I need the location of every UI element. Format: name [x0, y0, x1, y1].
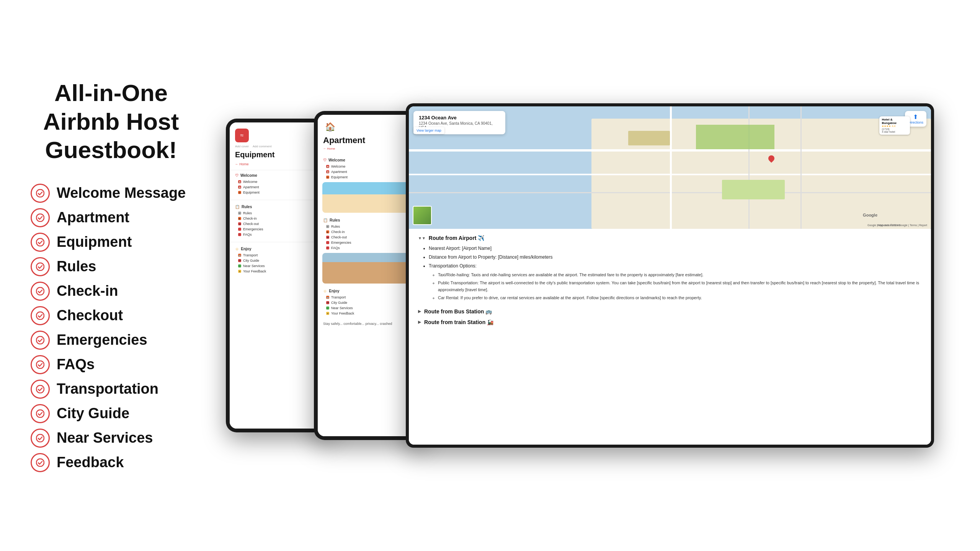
transport-airport-bullets: Nearest Airport: [Airport Name] Distance…: [418, 245, 922, 302]
svg-point-6: [36, 336, 44, 344]
feature-label: Emergencies: [57, 332, 147, 348]
map-block-1: [628, 131, 670, 145]
check-icon: [31, 208, 50, 227]
map-view-larger[interactable]: View larger map: [413, 127, 444, 134]
directions-icon: ⬆: [913, 113, 918, 121]
svg-point-2: [36, 238, 44, 246]
feature-item-near-services: Near Services: [31, 429, 191, 448]
check-icon: [31, 331, 50, 350]
bullet-options: Transportation Options: Taxi/Ride-hailin…: [429, 262, 922, 302]
add-cover-btn[interactable]: Add cover: [235, 145, 249, 148]
apt-nav-checkin[interactable]: ▶ Check-in: [323, 229, 416, 235]
google-watermark: Google: [867, 224, 876, 227]
feature-item-transportation: Transportation: [31, 380, 191, 399]
nav-checkin[interactable]: ▶ Check-in: [235, 216, 324, 221]
welcome-section-title: ♡ Welcome: [235, 173, 324, 178]
hotel-bubble: Hotel & Bungalow ★★★★ 4.4 (1719) 4 star …: [879, 116, 910, 135]
feature-item-welcome-message: Welcome Message: [31, 184, 191, 203]
apt-nav-checkout[interactable]: ◀ Check-out: [323, 235, 416, 240]
nav-equipment[interactable]: ⊞ Equipment: [235, 190, 324, 195]
apt-nav-equipment[interactable]: ⊞ Equipment: [323, 174, 416, 180]
feature-item-faqs: FAQs: [31, 355, 191, 374]
apt-nav-emergencies[interactable]: ♡ Emergencies: [323, 240, 416, 245]
content-area: ▼ Route from Airport ✈️ Nearest Airport:…: [409, 229, 931, 445]
apt-nav-near-services[interactable]: ≡ Near Services: [323, 305, 416, 311]
transport-bus-label: Route from Bus Station 🚌: [424, 308, 492, 315]
transport-airport-label: Route from Airport ✈️: [429, 235, 485, 241]
add-comment-btn[interactable]: Add comment: [253, 145, 271, 148]
nav-rules[interactable]: ≡ Rules: [235, 210, 324, 216]
apt-nav-apartment[interactable]: 🏠 Apartment: [323, 169, 416, 174]
transport-bus-section[interactable]: ▶ Route from Bus Station 🚌: [418, 308, 922, 315]
nav-apartment[interactable]: 🏠 Apartment: [235, 184, 324, 190]
feature-label: Checkout: [57, 307, 123, 324]
nav-checkout-dot: ◀: [238, 222, 241, 225]
svg-point-3: [36, 263, 44, 271]
nav-faqs-dot: ?: [238, 233, 241, 236]
feature-item-emergencies: Emergencies: [31, 331, 191, 350]
nav-city-guide[interactable]: 🗺 City Guide: [235, 258, 324, 263]
svg-point-8: [36, 385, 44, 393]
svg-point-9: [36, 410, 44, 417]
bullet-nearest-airport: Nearest Airport: [Airport Name]: [429, 245, 922, 252]
feature-label: Apartment: [57, 209, 129, 226]
svg-point-11: [36, 459, 44, 466]
nav-apartment-dot: 🏠: [238, 186, 241, 189]
nav-city-guide-dot: 🗺: [238, 259, 241, 262]
feature-label: FAQs: [57, 356, 95, 373]
sub-bullet-car: Car Rental: If you prefer to drive, car …: [438, 295, 922, 302]
hotel-stars: ★★★★ 4.4: [882, 125, 908, 128]
nav-near-services-dot: ≡: [238, 264, 241, 267]
sub-bullet-public: Public Transportation: The airport is we…: [438, 280, 922, 293]
feature-label: Equipment: [57, 234, 132, 250]
nav-faqs[interactable]: ? FAQs: [235, 232, 324, 237]
map-thumb-img: [413, 207, 431, 224]
apt-welcome-title: ♡ Welcome: [323, 158, 416, 162]
apt-nav-feedback[interactable]: ★ Your Feedback: [323, 311, 416, 316]
nav-transport[interactable]: 🚌 Transport: [235, 253, 324, 258]
feature-label: Rules: [57, 258, 96, 275]
map-address-title: 1234 Ocean Ave: [419, 115, 500, 121]
apt-nav-rules[interactable]: ≡ Rules: [323, 224, 416, 229]
airport-expand-icon: ▼: [418, 236, 426, 240]
svg-point-10: [36, 434, 44, 442]
check-icon: [31, 429, 50, 448]
feature-item-apartment: Apartment: [31, 208, 191, 227]
apt-photo-room: [322, 253, 416, 284]
check-icon: [31, 453, 50, 472]
transport-train-section[interactable]: ▶ Route from train Station 🚂: [418, 319, 922, 325]
feature-item-check-in: Check-in: [31, 282, 191, 301]
nav-checkout[interactable]: ◀ Check-out: [235, 221, 324, 227]
apartment-icon: 🏠: [323, 120, 337, 134]
nav-feedback[interactable]: ★ Your Feedback: [235, 269, 324, 274]
svg-point-0: [36, 189, 44, 197]
tablet-map: Ocean Front Walk Google | Map da: [406, 103, 934, 448]
directions-label: Directions: [908, 121, 923, 124]
feature-label: Feedback: [57, 454, 124, 471]
nav-equipment-dot: ⊞: [238, 191, 241, 194]
check-icon: [31, 233, 50, 252]
map-thumbnail: [413, 206, 432, 225]
apt-nav-welcome[interactable]: 🏠 Welcome: [323, 164, 416, 169]
nav-welcome-dot: 🏠: [238, 180, 241, 183]
apt-nav-faqs[interactable]: ? FAQs: [323, 245, 416, 251]
transport-airport-section: ▼ Route from Airport ✈️ Nearest Airport:…: [418, 235, 922, 302]
nav-near-services[interactable]: ≡ Near Services: [235, 263, 324, 269]
nav-welcome[interactable]: 🏠 Welcome: [235, 179, 324, 184]
apartment-home-link[interactable]: ← Home: [323, 147, 416, 150]
apt-nav-transport[interactable]: 🚌 Transport: [323, 295, 416, 300]
transport-train-label: Route from train Station 🚂: [424, 319, 493, 325]
apt-enjoy-title: ☺ Enjoy: [323, 289, 416, 293]
apt-nav-city-guide[interactable]: 🗺 City Guide: [323, 300, 416, 305]
transport-airport-header[interactable]: ▼ Route from Airport ✈️: [418, 235, 922, 241]
apartment-title: Apartment: [323, 135, 416, 145]
nav-emergencies-dot: ♡: [238, 228, 241, 231]
check-icon: [31, 282, 50, 301]
nav-emergencies[interactable]: ♡ Emergencies: [235, 227, 324, 232]
equipment-home-link[interactable]: ← Home: [235, 162, 249, 166]
map-top: Ocean Front Walk Google | Map da: [409, 106, 931, 229]
map-green-1: [696, 125, 774, 149]
check-icon: [31, 184, 50, 203]
feature-list: Welcome Message Apartment Equipment: [31, 184, 191, 472]
nav-rules-dot: ≡: [238, 212, 241, 215]
